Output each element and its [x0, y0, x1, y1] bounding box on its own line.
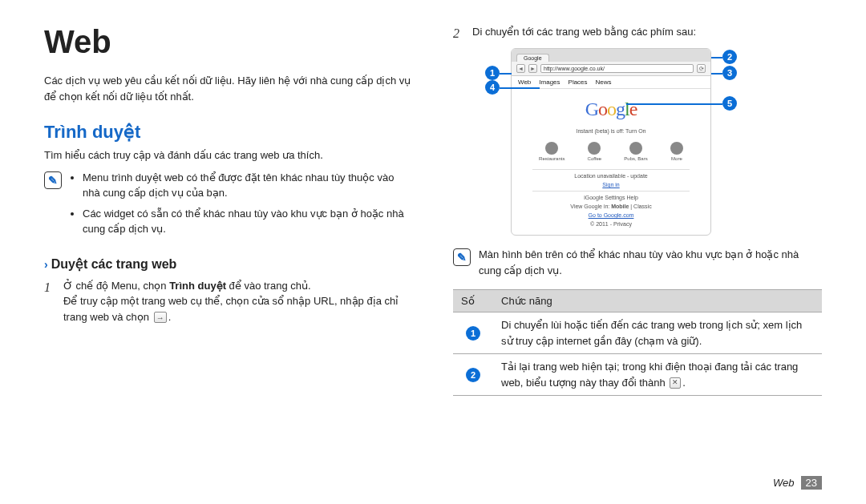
- go-arrow-icon: →: [154, 312, 167, 323]
- subsection-title-text: Duyệt các trang web: [51, 257, 177, 271]
- note-item: Menu trình duyệt web có thể được đặt tên…: [83, 170, 413, 201]
- callout-connector: [711, 57, 722, 58]
- row-desc: Di chuyển lùi hoặc tiến đến các trang we…: [493, 312, 822, 354]
- page-footer: Web 23: [773, 476, 822, 490]
- row-desc: Tải lại trang web hiện tại; trong khi đi…: [493, 354, 822, 396]
- back-arrow-icon: ◄: [516, 64, 525, 73]
- step1-period: .: [168, 311, 172, 323]
- note-item: Các widget có sẵn có thể khác nhau tùy v…: [83, 206, 413, 237]
- step1-text-c: Để truy cập một trang web cụ thể, chọn c…: [63, 295, 399, 323]
- subsection-title: ›Duyệt các trang web: [44, 256, 413, 272]
- instant-text: Instant (beta) is off: Turn On: [516, 128, 706, 134]
- screenshot-note: Màn hình bên trên có thể khác nhau tùy v…: [479, 247, 822, 278]
- chevron-right-icon: ›: [44, 258, 48, 271]
- nav-tab: Images: [539, 79, 560, 86]
- coffee-icon: [588, 142, 601, 155]
- callout-5: 5: [722, 96, 737, 111]
- footer-page-number: 23: [801, 476, 822, 490]
- more-icon: [670, 142, 683, 155]
- th-function: Chức năng: [493, 290, 822, 312]
- intro-text: Các dịch vụ web yêu cầu kết nối dữ liệu.…: [44, 73, 413, 104]
- view-mode-text: View Google in: Mobile | Classic: [516, 204, 706, 209]
- step1-text-a: Ở chế độ Menu, chọn: [63, 280, 169, 292]
- icon-label: Pubs, Bars: [624, 156, 647, 161]
- copyright-text: © 2011 - Privacy: [516, 221, 706, 227]
- google-logo: Google: [516, 99, 706, 120]
- step1-bold: Trình duyệt: [169, 280, 226, 292]
- callout-connector: [626, 103, 722, 105]
- url-bar: http://www.google.co.uk/: [540, 64, 694, 73]
- step2-text: Di chuyển tới các trang web bằng các phí…: [472, 24, 822, 43]
- goto-link: Go to Google.com: [589, 212, 634, 218]
- nav-tab: News: [596, 79, 612, 86]
- step1-text-b: để vào trang chủ.: [226, 280, 311, 292]
- step1-line1: Ở chế độ Menu, chọn Trình duyệt để vào t…: [63, 278, 413, 294]
- section-desc: Tìm hiểu cách truy cập và đánh dấu các t…: [44, 147, 413, 163]
- footer-links: iGoogle Settings Help: [516, 195, 706, 200]
- signin-link: Sign in: [602, 182, 619, 187]
- row-bubble-1: 1: [466, 326, 480, 341]
- reload-icon: ⟳: [697, 64, 706, 73]
- row-bubble-2: 2: [466, 368, 480, 382]
- pubs-bars-icon: [629, 142, 642, 155]
- step-number-1: 1: [44, 278, 55, 325]
- section-title: Trình duyệt: [44, 122, 413, 143]
- nav-tab: Places: [569, 79, 588, 86]
- icon-label: More: [671, 156, 682, 161]
- callout-2: 2: [722, 50, 737, 64]
- browser-tab: Google: [516, 54, 549, 62]
- callout-connector: [500, 87, 540, 89]
- table-row: 2 Tải lại trang web hiện tại; trong khi …: [453, 354, 822, 396]
- forward-arrow-icon: ►: [528, 64, 537, 73]
- step1-line2: Để truy cập một trang web cụ thể, chọn c…: [63, 293, 413, 325]
- th-number: Số: [453, 290, 493, 312]
- callout-4: 4: [485, 80, 500, 95]
- callout-3: 3: [722, 66, 737, 80]
- icon-label: Restaurants: [539, 156, 565, 161]
- page-title: Web: [44, 24, 413, 60]
- function-table: Số Chức năng 1 Di chuyển lùi hoặc tiến đ…: [453, 289, 822, 396]
- nav-tab: Web: [518, 79, 531, 86]
- callout-connector: [711, 73, 722, 75]
- note-icon: ✎: [44, 171, 62, 189]
- step-number-2: 2: [453, 24, 464, 43]
- icon-label: Coffee: [588, 156, 602, 161]
- close-icon: ✕: [670, 377, 681, 389]
- table-row: 1 Di chuyển lùi hoặc tiến đến các trang …: [453, 312, 822, 354]
- location-text: Location unavailable - update: [516, 173, 706, 179]
- callout-1: 1: [485, 66, 500, 80]
- footer-category: Web: [773, 477, 795, 489]
- restaurants-icon: [545, 142, 558, 155]
- note-icon: ✎: [453, 248, 471, 266]
- browser-screenshot: Google ◄ ► http://www.google.co.uk/ ⟳ We…: [511, 48, 711, 236]
